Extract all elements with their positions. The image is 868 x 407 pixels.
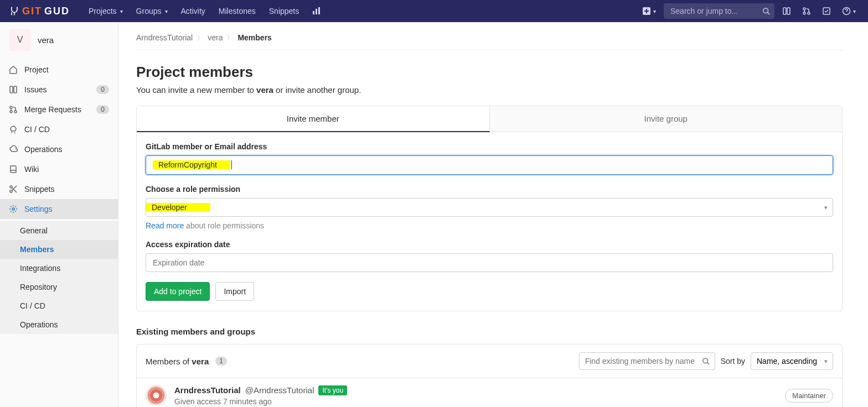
sidebar-nav: Project Issues0 Merge Requests0 CI / CD …: [0, 58, 118, 221]
sidebar-item-wiki[interactable]: Wiki: [0, 159, 118, 179]
topnav-menu: Projects▾ Groups▾ Activity Milestones Sn…: [83, 2, 327, 20]
breadcrumb-root[interactable]: ArndressTutorial: [136, 33, 193, 42]
invite-tabs: Invite member Invite group: [137, 106, 842, 132]
members-panel: Members of vera 1 Sort by Name, ascendin…: [136, 344, 843, 407]
todos-icon[interactable]: [819, 3, 834, 19]
chevron-down-icon: ▾: [853, 8, 856, 14]
issues-icon[interactable]: [779, 3, 794, 19]
svg-point-18: [10, 190, 12, 192]
member-row: ArndressTutorial @ArndressTutorial It's …: [137, 378, 842, 407]
nav-snippets[interactable]: Snippets: [264, 2, 304, 20]
sub-members[interactable]: Members: [0, 240, 118, 259]
help-icon[interactable]: ▾: [839, 3, 859, 19]
role-select[interactable]: Developer: [146, 198, 833, 217]
find-wrap: [579, 352, 715, 370]
nav-chart-icon[interactable]: [307, 2, 327, 20]
svg-rect-1: [316, 9, 317, 14]
member-handle: @ArndressTutorial: [245, 385, 314, 395]
role-help: Read more about role permissions: [146, 221, 833, 230]
sidebar-item-cicd[interactable]: CI / CD: [0, 119, 118, 139]
sidebar-item-project[interactable]: Project: [0, 60, 118, 80]
chevron-right-icon: 〉: [197, 34, 203, 42]
gear-icon: [9, 205, 18, 213]
breadcrumb-project[interactable]: vera: [208, 33, 223, 42]
mr-count: 0: [96, 105, 109, 114]
expiry-input[interactable]: [146, 253, 833, 272]
sort-select[interactable]: Name, ascending: [751, 352, 833, 370]
expiry-label: Access expiration date: [146, 240, 833, 249]
rocket-icon: [9, 125, 18, 134]
sidebar: V vera Project Issues0 Merge Requests0 C…: [0, 22, 118, 407]
invite-form: GitLab member or Email address ReformCop…: [137, 132, 842, 311]
text-cursor: [231, 160, 232, 169]
settings-submenu: General Members Integrations Repository …: [0, 221, 118, 334]
sidebar-item-snippets[interactable]: Snippets: [0, 179, 118, 199]
find-members-input[interactable]: [579, 352, 715, 370]
home-icon: [9, 65, 18, 74]
form-actions: Add to project Import: [146, 282, 833, 301]
sidebar-item-issues[interactable]: Issues0: [0, 80, 118, 100]
svg-point-14: [10, 106, 12, 108]
svg-point-15: [10, 111, 12, 113]
merge-requests-icon[interactable]: [799, 3, 814, 19]
logo-icon: [9, 6, 20, 17]
sub-integrations[interactable]: Integrations: [0, 259, 118, 278]
you-badge: It's you: [318, 385, 347, 395]
svg-rect-2: [318, 7, 320, 14]
logo-text-gud: GUD: [44, 6, 70, 17]
project-avatar: V: [9, 29, 31, 51]
logo[interactable]: GITGUD: [9, 6, 70, 17]
invite-panel: Invite member Invite group GitLab member…: [136, 106, 843, 311]
member-name[interactable]: ArndressTutorial: [174, 385, 241, 395]
role-value-highlight: Developer: [146, 203, 210, 212]
members-controls: Sort by Name, ascending ▾: [579, 352, 833, 370]
sub-general[interactable]: General: [0, 221, 118, 240]
add-to-project-button[interactable]: Add to project: [146, 282, 210, 301]
chevron-down-icon: ▾: [824, 204, 828, 211]
avatar[interactable]: [146, 385, 167, 406]
member-input[interactable]: ReformCopyright: [146, 155, 833, 175]
import-button[interactable]: Import: [215, 282, 254, 301]
nav-projects[interactable]: Projects▾: [83, 2, 128, 20]
project-name: vera: [38, 35, 54, 45]
nav-groups[interactable]: Groups▾: [131, 2, 173, 20]
search-input[interactable]: [664, 3, 774, 19]
topnav-right: ▾ ▾: [639, 3, 859, 19]
nav-activity[interactable]: Activity: [175, 2, 211, 20]
role-badge: Maintainer: [785, 389, 833, 403]
plus-icon[interactable]: ▾: [639, 3, 659, 19]
logo-text-git: GIT: [22, 6, 42, 17]
sidebar-item-operations[interactable]: Operations: [0, 139, 118, 159]
sidebar-item-settings[interactable]: Settings: [0, 199, 118, 219]
search-icon: [702, 357, 710, 365]
svg-rect-6: [787, 8, 790, 14]
member-name-line: ArndressTutorial @ArndressTutorial It's …: [174, 385, 347, 395]
tab-invite-group[interactable]: Invite group: [490, 106, 843, 132]
chevron-down-icon: ▾: [165, 8, 168, 14]
svg-point-7: [803, 8, 805, 10]
member-value-highlight: ReformCopyright: [153, 160, 230, 169]
tab-invite-member[interactable]: Invite member: [137, 106, 490, 132]
chevron-down-icon: ▾: [824, 358, 828, 365]
top-nav: GITGUD Projects▾ Groups▾ Activity Milest…: [0, 0, 868, 22]
page-description: You can invite a new member to vera or i…: [136, 85, 843, 95]
read-more-link[interactable]: Read more: [146, 221, 184, 230]
existing-title: Existing members and groups: [136, 327, 843, 336]
sidebar-item-merge-requests[interactable]: Merge Requests0: [0, 100, 118, 119]
svg-point-20: [702, 358, 707, 363]
sub-operations[interactable]: Operations: [0, 315, 118, 334]
sub-cicd[interactable]: CI / CD: [0, 296, 118, 315]
member-label: GitLab member or Email address: [146, 142, 833, 151]
role-select-wrap: Developer ▾: [146, 198, 833, 217]
svg-rect-13: [14, 86, 17, 93]
project-header[interactable]: V vera: [0, 22, 118, 58]
chevron-right-icon: 〉: [227, 34, 233, 42]
role-label: Choose a role permission: [146, 185, 833, 194]
nav-milestones[interactable]: Milestones: [213, 2, 261, 20]
svg-point-17: [10, 186, 12, 188]
sub-repository[interactable]: Repository: [0, 278, 118, 296]
svg-rect-12: [10, 86, 13, 93]
svg-rect-0: [313, 11, 314, 14]
member-access-time: Given access 7 minutes ago: [174, 397, 347, 406]
chevron-down-icon: ▾: [120, 8, 123, 14]
